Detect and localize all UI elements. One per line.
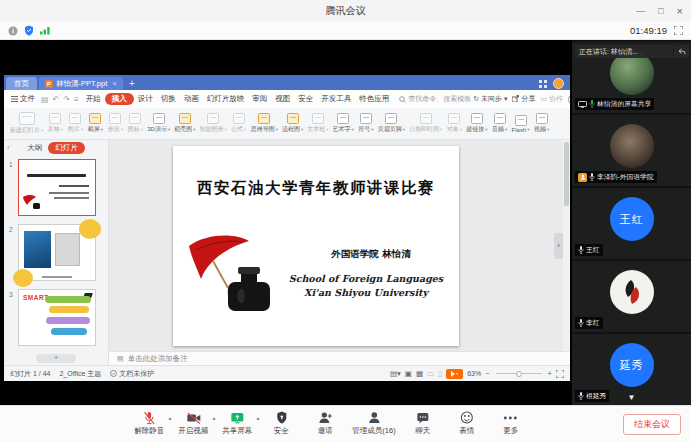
ribbon-item[interactable]: 新建幻灯片 ▾ <box>8 112 45 135</box>
ribbon-item[interactable]: 符号 ▾ <box>356 113 376 134</box>
chat-button[interactable]: 聊天 <box>404 410 442 436</box>
format-painter-icon[interactable]: ≡ <box>73 95 80 104</box>
ribbon-item[interactable]: Flash ▾ <box>510 115 532 133</box>
network-signal-icon[interactable] <box>40 26 51 35</box>
command-search[interactable]: 查找命令、搜索模板 <box>399 94 471 104</box>
ribbon-tab[interactable]: 开发工具 <box>317 93 355 105</box>
ribbon-item[interactable]: 公式 ▾ <box>229 113 249 134</box>
slides-tab[interactable]: 幻灯片 <box>48 142 85 154</box>
ribbon-item[interactable]: 3D演示 ▾ <box>145 113 172 134</box>
emoji-button[interactable]: 表情 <box>448 410 486 436</box>
ribbon-item[interactable]: 形状 ▾ <box>105 113 125 134</box>
zoom-level[interactable]: 63% <box>467 370 481 377</box>
ribbon-item[interactable]: 日期和时间 ▾ <box>407 113 444 134</box>
zoom-slider-knob[interactable] <box>516 371 522 377</box>
wps-document-tab[interactable]: P 林怡清-PPT.ppt × <box>39 77 123 90</box>
protection-status[interactable]: 文档未保护 <box>110 369 154 379</box>
close-tab-icon[interactable]: × <box>112 79 117 88</box>
ribbon-item[interactable]: 稻壳图 ▾ <box>172 113 197 134</box>
ribbon-item[interactable]: 音频 ▾ <box>490 113 510 134</box>
ribbon-item[interactable]: 超链接 ▾ <box>464 113 489 134</box>
invite-button[interactable]: 邀请 <box>306 410 344 436</box>
ribbon-item[interactable]: 视频 ▾ <box>532 113 552 134</box>
ribbon-tab[interactable]: 插入 <box>105 93 134 105</box>
wps-home-tab[interactable]: 首页 <box>6 77 37 90</box>
share-screen-button[interactable]: ▲ 共享屏幕 <box>218 410 256 436</box>
participant-tile[interactable]: 王红 <box>572 188 691 259</box>
account-avatar[interactable] <box>553 78 564 89</box>
outline-tab[interactable]: 大纲 <box>27 143 42 153</box>
next-slide-chip[interactable]: › <box>554 233 563 259</box>
ribbon-item[interactable]: 智能图形 ▾ <box>197 113 228 134</box>
ribbon-tab[interactable]: 设计 <box>134 93 157 105</box>
ribbon-item[interactable]: 流程图 ▾ <box>280 113 305 134</box>
ribbon-tab[interactable]: 审阅 <box>248 93 271 105</box>
undo-icon[interactable]: ↶ <box>52 95 61 104</box>
slide-canvas-area[interactable]: 西安石油大学青年教师讲课比赛 外国语学院 <box>109 140 570 351</box>
vertical-scrollbar[interactable] <box>563 140 570 351</box>
redo-icon[interactable]: ↷ <box>62 95 71 104</box>
chevron-up-icon[interactable]: ▲ <box>167 415 172 421</box>
ribbon-tab[interactable]: 安全 <box>294 93 317 105</box>
chevron-up-icon[interactable]: ▲ <box>211 415 216 421</box>
ribbon-tab[interactable]: 幻灯片放映 <box>203 93 249 105</box>
unmute-button[interactable]: ▲ 解除静音 <box>130 410 168 436</box>
master-view-icon[interactable]: ▯ <box>438 369 442 378</box>
share-button[interactable]: 分享 <box>512 94 535 104</box>
new-slide-button[interactable]: + <box>36 354 76 363</box>
maximize-button[interactable]: □ <box>658 6 663 16</box>
start-video-button[interactable]: ▲ 开启视频 <box>174 410 212 436</box>
ribbon-item[interactable]: 图片 ▾ <box>65 113 85 134</box>
ribbon-item[interactable]: 文本框 ▾ <box>305 113 330 134</box>
slideshow-play-button[interactable]: ▾ <box>446 369 463 379</box>
ribbon-item[interactable]: 截屏 ▾ <box>85 113 105 134</box>
ribbon-tab[interactable]: 切换 <box>157 93 180 105</box>
apps-grid-icon[interactable] <box>539 80 547 88</box>
theme-name[interactable]: 2_Office 主题 <box>59 369 101 379</box>
security-shield-icon[interactable] <box>24 25 34 36</box>
chevron-up-icon[interactable]: ▲ <box>255 415 260 421</box>
ribbon-item[interactable]: 图标 ▾ <box>125 113 145 134</box>
reading-view-icon[interactable]: ▭ <box>427 369 434 378</box>
zoom-out-button[interactable]: − <box>485 369 489 378</box>
notes-bar[interactable]: ▤ 单击此处添加备注 <box>109 351 570 365</box>
more-button[interactable]: 更多 <box>492 410 530 436</box>
scroll-more-participants-icon[interactable]: ▼ <box>628 393 636 402</box>
zoom-slider[interactable] <box>496 373 542 374</box>
ribbon-item[interactable]: 思维导图 ▾ <box>249 113 280 134</box>
ribbon-item[interactable]: 艺术字 ▾ <box>331 113 356 134</box>
save-icon[interactable]: ▤ <box>40 95 50 104</box>
close-button[interactable]: × <box>677 5 683 17</box>
normal-view-icon[interactable]: ▣ <box>405 369 412 378</box>
participant-tile[interactable]: 李泽韵-外国语学院 <box>572 115 691 186</box>
participant-tile[interactable]: 李红 <box>572 261 691 332</box>
ribbon-tab[interactable]: 开始 <box>82 93 105 105</box>
help-icon[interactable]: ? <box>568 94 570 105</box>
hide-sidebar-arrow[interactable] <box>674 45 689 58</box>
slide-canvas[interactable]: 西安石油大学青年教师讲课比赛 外国语学院 <box>173 146 459 346</box>
sync-status[interactable]: ↻ 未同步 ▾ <box>473 94 507 104</box>
info-icon[interactable] <box>8 26 18 36</box>
slide-thumbnail-2[interactable]: 2 <box>18 224 96 281</box>
ribbon-item[interactable]: 对象 ▾ <box>444 113 464 134</box>
manage-members-button[interactable]: 管理成员(16) <box>350 410 397 436</box>
fullscreen-icon[interactable] <box>674 26 683 35</box>
fit-window-icon[interactable] <box>556 370 564 378</box>
ribbon-tab[interactable]: 视图 <box>271 93 294 105</box>
new-tab-button[interactable]: + <box>129 78 135 89</box>
end-meeting-button[interactable]: 结束会议 <box>623 414 681 435</box>
ribbon-item[interactable]: 表格 ▾ <box>45 113 65 134</box>
slide-sorter-icon[interactable]: ▦ <box>416 369 423 378</box>
ribbon-tab[interactable]: 动画 <box>180 93 203 105</box>
slide-thumbnail-1[interactable]: 1 <box>18 159 96 216</box>
ribbon-item[interactable]: 页眉页脚 ▾ <box>376 113 407 134</box>
ribbon-tab[interactable]: 特色应用 <box>355 93 393 105</box>
minimize-button[interactable]: — <box>636 6 645 16</box>
collaborate-button[interactable]: ▭ 协作 <box>540 94 563 104</box>
panel-collapse-icon[interactable]: ‹ <box>7 143 10 152</box>
file-menu-button[interactable]: 文件 <box>8 94 38 104</box>
notes-toggle-icon[interactable]: ▤▾ <box>390 369 401 378</box>
security-button[interactable]: 安全 <box>262 410 300 436</box>
slide-thumbnail-3[interactable]: 3 SMART <box>18 289 96 346</box>
zoom-in-button[interactable]: + <box>548 369 552 378</box>
